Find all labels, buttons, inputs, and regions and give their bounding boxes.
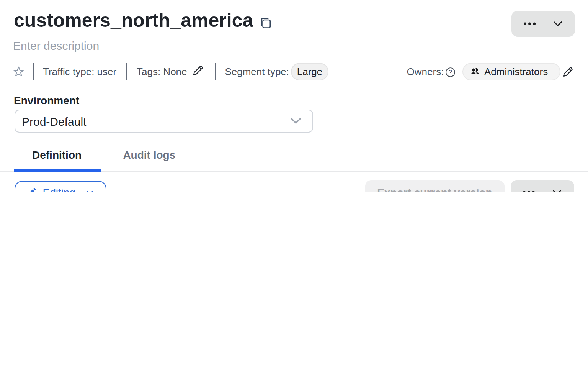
svg-text:?: ? — [449, 68, 452, 75]
